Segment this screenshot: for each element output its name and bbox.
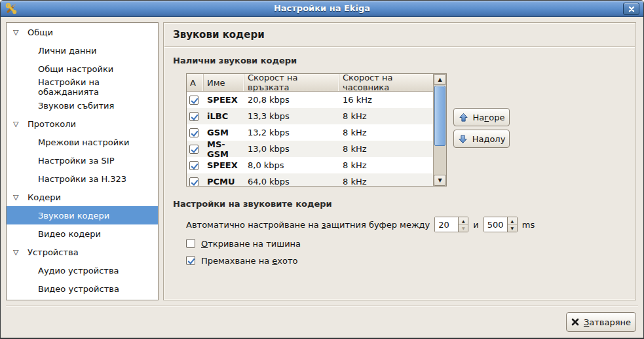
silence-detection-option[interactable]: Откриване на тишина	[186, 238, 301, 249]
spin-down-icon[interactable]: ▼	[459, 225, 468, 232]
table-body: SPEEX 20,8 kbps 16 kHz iLBC 13,3 kbps 8 …	[187, 92, 433, 186]
vertical-scrollbar[interactable]: ▲ ▼	[433, 74, 446, 186]
jitter-buffer-label: Автоматично настройване на защитния буфе…	[186, 220, 430, 230]
spin-up-icon[interactable]: ▲	[459, 217, 468, 225]
available-codecs-section-label: Налични звукови кодери	[173, 56, 297, 65]
preferences-window: Настройки на Ekiga Общи Лични данни Общи…	[0, 0, 644, 339]
move-up-button[interactable]: Нагоре	[453, 108, 510, 126]
sidebar-item-network-settings[interactable]: Мрежови настройки	[7, 133, 158, 151]
codec-enabled-checkbox[interactable]	[189, 96, 199, 105]
expander-triangle-icon[interactable]	[13, 194, 22, 201]
sidebar-item-general-settings[interactable]: Общи настройки	[7, 60, 158, 78]
codec-enabled-checkbox[interactable]	[189, 145, 199, 154]
sidebar-item-call-options[interactable]: Настройки на обажданията	[7, 78, 158, 96]
sidebar-item-video-devices[interactable]: Видео устройства	[7, 279, 158, 298]
arrow-down-small-icon: ▼	[438, 177, 442, 183]
scroll-up-button[interactable]: ▲	[434, 74, 446, 85]
col-header-clockrate[interactable]: Скорост на часовника	[339, 74, 433, 91]
table-row[interactable]: SPEEX 8,0 kbps 8 kHz	[187, 157, 433, 173]
arrow-up-icon	[459, 113, 468, 122]
codec-enabled-checkbox[interactable]	[189, 128, 199, 137]
jitter-min-spinbutton[interactable]: 20 ▲ ▼	[434, 217, 468, 232]
codec-table: A Име Скорост на връзката Скорост на час…	[186, 73, 447, 187]
jitter-unit-label: ms	[522, 220, 535, 230]
expander-triangle-icon[interactable]	[13, 29, 22, 36]
sidebar-item-sound-events[interactable]: Звукови събития	[7, 96, 158, 115]
table-row[interactable]: GSM 13,2 kbps 8 kHz	[187, 124, 433, 141]
audio-codecs-panel: Звукови кодери Налични звукови кодери A …	[163, 22, 636, 300]
expander-triangle-icon[interactable]	[13, 249, 22, 256]
table-row[interactable]: PCMU 64,0 kbps 8 kHz	[187, 173, 433, 186]
close-dialog-button[interactable]: Затваряне	[566, 312, 636, 332]
jitter-max-value[interactable]: 500	[484, 217, 507, 232]
close-x-icon	[571, 318, 579, 326]
page-title: Звукови кодери	[173, 29, 265, 41]
sidebar-item-audio-codecs[interactable]: Звукови кодери	[7, 206, 158, 224]
close-x-icon	[628, 6, 635, 12]
sidebar-item-codecs[interactable]: Кодери	[7, 188, 158, 206]
sidebar-item-devices[interactable]: Устройства	[7, 243, 158, 261]
preferences-tree: Общи Лични данни Общи настройки Настройк…	[6, 22, 159, 300]
expander-triangle-icon[interactable]	[13, 120, 22, 128]
arrow-down-icon	[458, 134, 468, 144]
sidebar-item-protocols[interactable]: Протоколи	[7, 115, 158, 133]
footer-separator	[6, 306, 638, 307]
jitter-max-spinbutton[interactable]: 500 ▲ ▼	[483, 217, 518, 232]
echo-cancellation-option[interactable]: Премахване на ехото	[186, 255, 298, 266]
move-down-button[interactable]: Надолу	[453, 130, 510, 148]
close-window-button[interactable]	[623, 3, 639, 15]
codec-enabled-checkbox[interactable]	[189, 177, 199, 187]
jitter-buffer-row: Автоматично настройване на защитния буфе…	[186, 216, 535, 233]
sidebar-item-personal-data[interactable]: Лични данни	[7, 41, 158, 60]
move-down-label: Надолу	[472, 134, 506, 144]
col-header-name[interactable]: Име	[204, 74, 244, 91]
col-header-active[interactable]: A	[187, 74, 204, 91]
sidebar-item-sip-settings[interactable]: Настройки за SIP	[7, 151, 158, 170]
table-header-row: A Име Скорост на връзката Скорост на час…	[187, 74, 433, 92]
codec-enabled-checkbox[interactable]	[189, 161, 199, 170]
table-row[interactable]: MS-GSM 13,0 kbps 8 kHz	[187, 141, 433, 157]
silence-detection-label: Откриване на тишина	[201, 239, 301, 249]
spin-up-icon[interactable]: ▲	[508, 217, 517, 225]
codec-enabled-checkbox[interactable]	[189, 112, 199, 121]
jitter-min-value[interactable]: 20	[435, 217, 458, 232]
sidebar-item-h323-settings[interactable]: Настройки за H.323	[7, 170, 158, 188]
window-title: Настройки на Ekiga	[1, 3, 643, 13]
scroll-down-button[interactable]: ▼	[434, 175, 446, 186]
jitter-and-label: и	[473, 220, 478, 230]
arrow-up-small-icon: ▲	[438, 77, 442, 82]
sidebar-item-audio-devices[interactable]: Аудио устройства	[7, 261, 158, 279]
silence-detection-checkbox[interactable]	[186, 239, 195, 248]
echo-cancellation-label: Премахване на ехото	[201, 256, 298, 266]
table-row[interactable]: iLBC 13,3 kbps 8 kHz	[187, 108, 433, 124]
sidebar-item-general[interactable]: Общи	[7, 23, 158, 41]
codec-settings-section-label: Настройки на звуковите кодери	[173, 199, 332, 209]
titlebar[interactable]: Настройки на Ekiga	[1, 1, 643, 17]
col-header-bitrate[interactable]: Скорост на връзката	[244, 74, 339, 91]
scrollbar-thumb[interactable]	[434, 86, 445, 146]
table-row[interactable]: SPEEX 20,8 kbps 16 kHz	[187, 92, 433, 108]
spin-down-icon[interactable]: ▼	[508, 225, 517, 232]
move-up-label: Нагоре	[473, 113, 505, 122]
close-dialog-label: Затваряне	[584, 317, 631, 327]
header-separator	[164, 46, 635, 48]
echo-cancellation-checkbox[interactable]	[186, 256, 195, 265]
sidebar-item-video-codecs[interactable]: Видео кодери	[7, 224, 158, 243]
